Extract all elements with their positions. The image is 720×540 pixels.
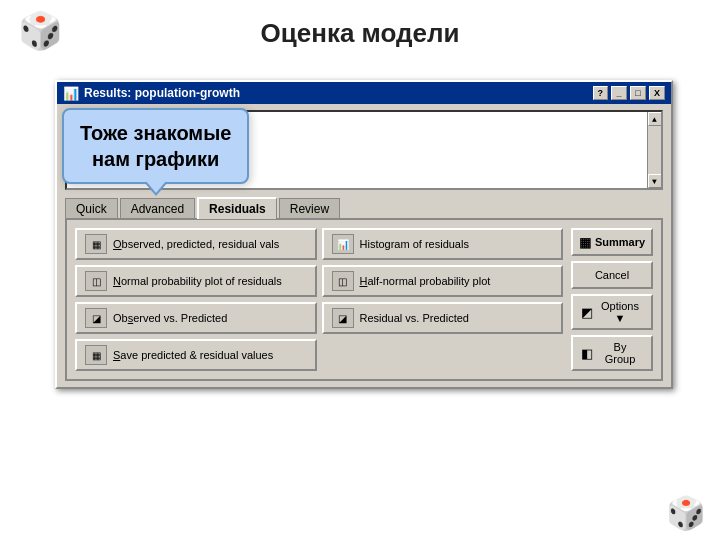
btn-label-1: Observed, predicted, residual vals	[113, 238, 279, 250]
by-group-button[interactable]: ◧ By Group	[571, 335, 653, 371]
options-icon: ◩	[581, 305, 593, 320]
btn-icon-res: ◪	[332, 308, 354, 328]
tooltip-bubble: Тоже знакомые нам графики	[62, 108, 249, 184]
tooltip-line1: Тоже знакомые	[80, 120, 231, 146]
residual-vs-predicted-btn[interactable]: ◪ Residual vs. Predicted	[322, 302, 564, 334]
btn-label-2: Normal probability plot of residuals	[113, 275, 282, 287]
summary-icon: ▦	[579, 235, 591, 250]
panel-row: ▦ Observed, predicted, residual vals 📊 H…	[75, 228, 653, 371]
button-grid: ▦ Observed, predicted, residual vals 📊 H…	[75, 228, 563, 371]
close-button[interactable]: X	[649, 86, 665, 100]
tab-advanced[interactable]: Advanced	[120, 198, 195, 219]
normal-prob-plot-btn[interactable]: ◫ Normal probability plot of residuals	[75, 265, 317, 297]
minimize-button[interactable]: _	[611, 86, 627, 100]
save-predicted-residual-btn[interactable]: ▦ Save predicted & residual values	[75, 339, 317, 371]
by-group-label: By Group	[597, 341, 643, 365]
btn-icon-1: ▦	[85, 234, 107, 254]
btn-icon-2: ◫	[85, 271, 107, 291]
window-title: Results: population-growth	[84, 86, 240, 100]
summary-label: Summary	[595, 236, 645, 248]
window-icon: 📊	[63, 86, 79, 101]
btn-label-hist: Histogram of residuals	[360, 238, 469, 250]
help-button[interactable]: ?	[593, 86, 609, 100]
btn-icon-half: ◫	[332, 271, 354, 291]
by-group-icon: ◧	[581, 346, 593, 361]
title-bar: 📊 Results: population-growth ? _ □ X	[57, 82, 671, 104]
half-normal-prob-btn[interactable]: ◫ Half-normal probability plot	[322, 265, 564, 297]
dice-icon-topleft: 🎲	[18, 10, 63, 52]
output-scrollbar[interactable]: ▲ ▼	[647, 112, 661, 188]
maximize-button[interactable]: □	[630, 86, 646, 100]
side-buttons: ▦ Summary Cancel ◩ Options ▼ ◧ By Group	[571, 228, 653, 371]
btn-label-4: Save predicted & residual values	[113, 349, 273, 361]
btn-label-3: Observed vs. Predicted	[113, 312, 227, 324]
btn-icon-4: ▦	[85, 345, 107, 365]
tab-quick[interactable]: Quick	[65, 198, 118, 219]
summary-button[interactable]: ▦ Summary	[571, 228, 653, 256]
options-button[interactable]: ◩ Options ▼	[571, 294, 653, 330]
dice-icon-bottomright: 🎲	[666, 494, 706, 532]
btn-label-half: Half-normal probability plot	[360, 275, 491, 287]
tooltip-line2: нам графики	[80, 146, 231, 172]
tab-residuals[interactable]: Residuals	[197, 197, 277, 219]
cancel-button[interactable]: Cancel	[571, 261, 653, 289]
btn-icon-3: ◪	[85, 308, 107, 328]
tabs-row: Quick Advanced Residuals Review	[65, 196, 663, 218]
scroll-up[interactable]: ▲	[648, 112, 662, 126]
cancel-label: Cancel	[595, 269, 629, 281]
observed-vs-predicted-btn[interactable]: ◪ Observed vs. Predicted	[75, 302, 317, 334]
tab-panel: ▦ Observed, predicted, residual vals 📊 H…	[65, 218, 663, 381]
title-bar-controls: ? _ □ X	[593, 86, 666, 100]
title-bar-left: 📊 Results: population-growth	[63, 86, 240, 101]
histogram-residuals-btn[interactable]: 📊 Histogram of residuals	[322, 228, 564, 260]
scroll-down[interactable]: ▼	[648, 174, 662, 188]
empty-cell	[322, 339, 564, 371]
page-title: Оценка модели	[0, 0, 720, 59]
btn-icon-hist: 📊	[332, 234, 354, 254]
tab-review[interactable]: Review	[279, 198, 340, 219]
btn-label-res: Residual vs. Predicted	[360, 312, 469, 324]
observed-predicted-residual-btn[interactable]: ▦ Observed, predicted, residual vals	[75, 228, 317, 260]
options-label: Options ▼	[597, 300, 643, 324]
